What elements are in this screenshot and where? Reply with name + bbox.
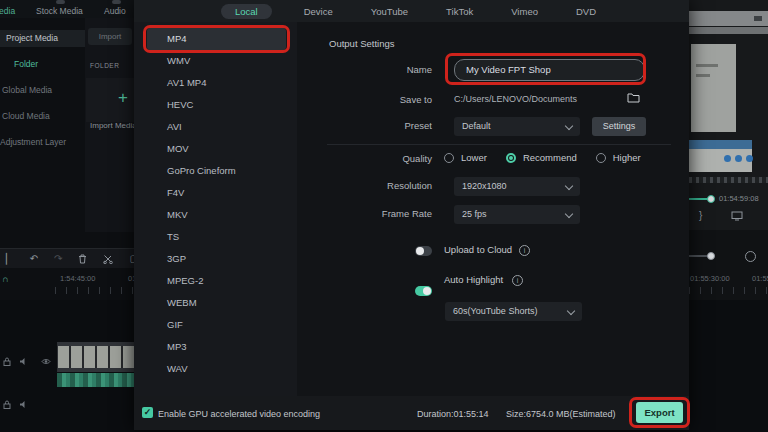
- tab-stock-media[interactable]: Stock Media: [36, 6, 83, 16]
- format-item-hevc[interactable]: HEVC: [147, 94, 286, 116]
- tab-dvd[interactable]: DVD: [570, 4, 602, 19]
- timeline-ruler-right[interactable]: 01:55:30:00 01:55: [689, 272, 768, 296]
- display-fullscreen-icon[interactable]: [731, 211, 743, 221]
- plus-icon[interactable]: +: [118, 88, 128, 108]
- format-item-wmv[interactable]: WMV: [147, 50, 286, 72]
- sidebar-item-global-media[interactable]: Global Media: [0, 82, 85, 99]
- format-item-gif[interactable]: GIF: [147, 314, 286, 336]
- folder-browse-icon[interactable]: [627, 92, 640, 103]
- tab-media[interactable]: Media: [0, 6, 15, 16]
- format-item-mp3[interactable]: MP3: [147, 336, 286, 358]
- pointer-tool-icon[interactable]: ▏: [6, 254, 14, 264]
- radio-higher[interactable]: [596, 153, 606, 163]
- sidebar-item-project-media[interactable]: Project Media: [0, 30, 85, 47]
- export-button[interactable]: Export: [636, 402, 683, 423]
- track-visibility-icon[interactable]: [41, 358, 51, 365]
- tab-local[interactable]: Local: [221, 4, 272, 19]
- size-text: Size:6754.0 MB(Estimated): [506, 409, 616, 419]
- delete-icon[interactable]: [78, 254, 87, 264]
- preview-dialog-titlebar: [689, 140, 752, 149]
- track-lock-icon[interactable]: [3, 357, 11, 366]
- gpu-checkbox-label[interactable]: Enable GPU accelerated video encoding: [158, 409, 320, 419]
- radio-lower-label[interactable]: Lower: [461, 152, 487, 163]
- sidebar-item-adjustment-layer[interactable]: Adjustment Layer: [0, 134, 85, 151]
- undo-icon[interactable]: ↶: [30, 254, 38, 264]
- format-item-mkv[interactable]: MKV: [147, 204, 286, 226]
- preset-dropdown[interactable]: Default: [454, 117, 580, 136]
- preview-viewport: 01:54:59:08 }: [689, 0, 768, 230]
- audio-track-lock-icon[interactable]: [3, 400, 11, 409]
- name-input[interactable]: My Video FPT Shop: [454, 59, 645, 81]
- format-item-3gp[interactable]: 3GP: [147, 248, 286, 270]
- format-list: MP4 WMV AV1 MP4 HEVC AVI MOV GoPro Cinef…: [134, 22, 297, 396]
- timeline-toolbar: ▏ ↶ ↷ ▢: [0, 248, 135, 268]
- framerate-value: 25 fps: [462, 209, 487, 219]
- timeline-tracks: [0, 300, 135, 432]
- section-divider: [327, 144, 671, 145]
- export-dialog: Local Device YouTube TikTok Vimeo DVD MP…: [134, 0, 689, 430]
- output-settings-panel: Output Settings Name My Video FPT Shop S…: [297, 22, 689, 396]
- settings-button[interactable]: Settings: [592, 117, 646, 136]
- audio-track-mute-icon[interactable]: [19, 400, 28, 409]
- background-editor-right: 01:54:59:08 } 01:55:30:00 01:55: [689, 0, 768, 432]
- format-item-avi[interactable]: AVI: [147, 116, 286, 138]
- timeline-zoom-knob[interactable]: [707, 252, 715, 260]
- radio-higher-label[interactable]: Higher: [613, 152, 641, 163]
- format-item-mp4[interactable]: MP4: [147, 28, 286, 50]
- radio-recommend-label[interactable]: Recommend: [523, 152, 577, 163]
- info-icon[interactable]: i: [519, 245, 530, 256]
- split-scissors-icon[interactable]: [103, 254, 113, 264]
- audio-waveform[interactable]: [57, 373, 135, 387]
- track-mute-icon[interactable]: [19, 357, 28, 366]
- timeline-tracks-right: [689, 300, 768, 432]
- ruler-timecode: 1:54:45:00: [60, 274, 95, 283]
- upload-to-cloud-toggle[interactable]: [415, 246, 432, 256]
- preview-window-controls: [754, 16, 762, 21]
- radio-lower[interactable]: [444, 153, 454, 163]
- save-to-path[interactable]: C:/Users/LENOVO/Documents: [454, 94, 577, 104]
- format-item-f4v[interactable]: F4V: [147, 182, 286, 204]
- redo-icon[interactable]: ↷: [54, 254, 62, 264]
- chevron-down-icon: [565, 122, 573, 130]
- name-label: Name: [312, 64, 432, 75]
- sidebar-item-cloud-media[interactable]: Cloud Media: [0, 108, 85, 125]
- format-item-av1-mp4[interactable]: AV1 MP4: [147, 72, 286, 94]
- preview-text-line: [696, 74, 710, 77]
- tab-device[interactable]: Device: [298, 4, 339, 19]
- tab-audio[interactable]: Audio: [104, 6, 126, 16]
- resolution-dropdown[interactable]: 1920x1080: [454, 177, 580, 196]
- format-item-mpeg2[interactable]: MPEG-2: [147, 270, 286, 292]
- format-item-gopro-cineform[interactable]: GoPro Cineform: [147, 160, 286, 182]
- preview-window-toolbar: [689, 27, 768, 34]
- ruler-ticks: [55, 287, 135, 294]
- background-editor-left: Media Stock Media Audio Project Media Fo…: [0, 0, 135, 432]
- quality-options: Lower Recommend Higher: [444, 152, 653, 163]
- preview-text-line: [696, 64, 718, 67]
- preview-circle-icon: [735, 155, 742, 162]
- playback-progress-knob[interactable]: [707, 195, 715, 203]
- sidebar-item-folder[interactable]: Folder: [0, 56, 85, 73]
- chevron-down-icon: [565, 210, 573, 218]
- info-icon[interactable]: i: [512, 275, 523, 286]
- timeline-ruler-left[interactable]: 1:54:45:00 01: [0, 272, 135, 296]
- gpu-checkbox[interactable]: ✓: [142, 407, 153, 418]
- chevron-down-icon: [567, 307, 575, 315]
- format-item-mov[interactable]: MOV: [147, 138, 286, 160]
- format-item-ts[interactable]: TS: [147, 226, 286, 248]
- format-item-wav[interactable]: WAV: [147, 358, 286, 380]
- mark-out-icon[interactable]: }: [699, 211, 702, 221]
- radio-recommend[interactable]: [506, 153, 516, 163]
- tab-vimeo[interactable]: Vimeo: [505, 4, 544, 19]
- highlight-duration-dropdown[interactable]: 60s(YouTube Shorts): [445, 302, 582, 321]
- format-item-webm[interactable]: WEBM: [147, 292, 286, 314]
- video-clip-thumbnails[interactable]: [57, 342, 135, 372]
- playback-progress-line[interactable]: [689, 198, 709, 200]
- tab-youtube[interactable]: YouTube: [365, 4, 414, 19]
- tab-tiktok[interactable]: TikTok: [440, 4, 479, 19]
- app-screenshot: Media Stock Media Audio Project Media Fo…: [0, 0, 768, 432]
- auto-highlight-toggle[interactable]: [415, 286, 432, 296]
- fit-timeline-icon[interactable]: [745, 251, 756, 262]
- resolution-value: 1920x1080: [462, 181, 507, 191]
- framerate-dropdown[interactable]: 25 fps: [454, 205, 580, 224]
- import-button[interactable]: Import: [88, 28, 132, 45]
